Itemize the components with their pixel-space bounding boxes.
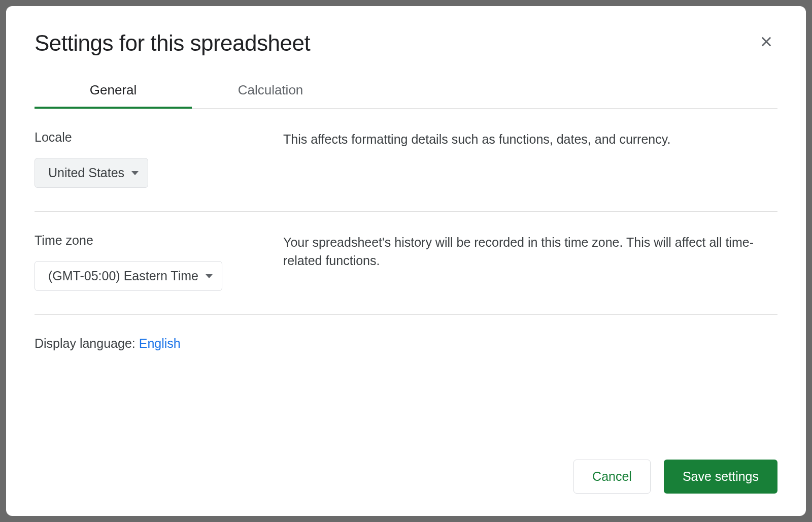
timezone-control: Time zone (GMT-05:00) Eastern Time <box>35 233 283 291</box>
settings-body: Locale United States This affects format… <box>35 109 777 460</box>
tab-general[interactable]: General <box>35 82 192 108</box>
tab-calculation[interactable]: Calculation <box>192 82 349 108</box>
locale-row: Locale United States This affects format… <box>35 109 777 212</box>
timezone-dropdown[interactable]: (GMT-05:00) Eastern Time <box>35 261 222 291</box>
save-button[interactable]: Save settings <box>664 460 777 494</box>
cancel-button[interactable]: Cancel <box>573 460 651 494</box>
timezone-row: Time zone (GMT-05:00) Eastern Time Your … <box>35 212 777 315</box>
chevron-down-icon <box>131 171 139 175</box>
language-row: Display language: English <box>35 315 777 372</box>
settings-dialog: Settings for this spreadsheet General Ca… <box>6 6 806 516</box>
close-icon <box>759 35 773 49</box>
dialog-title: Settings for this spreadsheet <box>35 30 310 56</box>
dialog-footer: Cancel Save settings <box>35 460 777 494</box>
tabs-container: General Calculation <box>35 82 777 109</box>
chevron-down-icon <box>206 274 213 278</box>
locale-label: Locale <box>35 130 283 145</box>
timezone-description: Your spreadsheet's history will be recor… <box>283 233 777 270</box>
timezone-label: Time zone <box>35 233 283 248</box>
dialog-header: Settings for this spreadsheet <box>35 30 777 56</box>
locale-control: Locale United States <box>35 130 283 188</box>
language-link[interactable]: English <box>139 336 181 350</box>
locale-description: This affects formatting details such as … <box>283 130 670 148</box>
locale-value: United States <box>48 166 124 180</box>
locale-dropdown[interactable]: United States <box>35 158 148 188</box>
timezone-value: (GMT-05:00) Eastern Time <box>48 269 198 283</box>
language-label: Display language: <box>35 336 139 350</box>
close-button[interactable] <box>755 30 777 53</box>
